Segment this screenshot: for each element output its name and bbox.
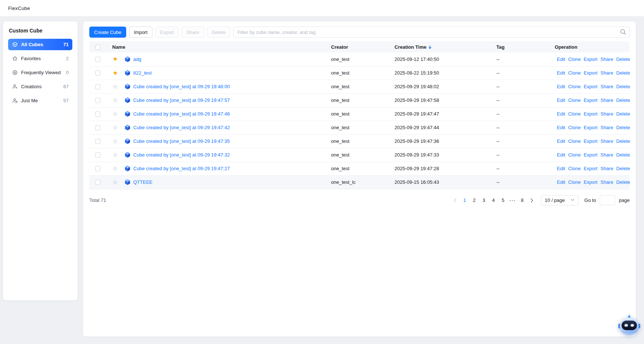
favorite-star-icon[interactable]: ☆ [113,111,118,117]
favorite-star-icon[interactable]: ★ [113,70,118,76]
export-action-link[interactable]: Export [583,179,597,185]
cube-name-link[interactable]: Cube created by [one_test] at 09-29 19:4… [133,152,230,158]
assistant-robot-icon[interactable] [618,313,641,336]
filter-input[interactable] [233,27,630,38]
sort-toggle[interactable] [428,45,431,49]
row-checkbox[interactable] [95,70,100,76]
share-action-link[interactable]: Share [600,152,613,158]
share-action-link[interactable]: Share [600,111,613,117]
create-cube-button[interactable]: Create Cube [89,27,126,38]
edit-action-link[interactable]: Edit [557,56,565,62]
cube-name-link[interactable]: Cube created by [one_test] at 09-29 19:4… [133,125,230,130]
pager-prev-button[interactable] [451,196,459,205]
export-action-link[interactable]: Export [583,97,597,103]
cube-name-link[interactable]: 822_test [133,70,152,76]
sidebar-item-frequently-viewed[interactable]: Frequently Viewed 0 [8,67,72,78]
clone-action-link[interactable]: Clone [568,152,581,158]
cube-name-link[interactable]: Cube created by [one_test] at 09-29 19:4… [133,84,230,89]
row-checkbox[interactable] [95,57,100,62]
row-checkbox[interactable] [95,98,100,103]
row-checkbox[interactable] [95,111,100,117]
export-action-link[interactable]: Export [583,84,597,89]
export-button[interactable]: Export [155,27,179,38]
delete-action-link[interactable]: Delete [616,111,630,117]
delete-action-link[interactable]: Delete [616,138,630,144]
pager-page-4[interactable]: 4 [489,196,498,205]
edit-action-link[interactable]: Edit [557,97,565,103]
favorite-star-icon[interactable]: ☆ [113,152,118,158]
share-action-link[interactable]: Share [600,138,613,144]
delete-action-link[interactable]: Delete [616,152,630,158]
edit-action-link[interactable]: Edit [557,70,565,76]
pager-next-button[interactable] [527,196,536,205]
export-action-link[interactable]: Export [583,111,597,117]
delete-action-link[interactable]: Delete [616,179,630,185]
pager-page-2[interactable]: 2 [470,196,479,205]
row-checkbox[interactable] [95,125,100,130]
row-checkbox[interactable] [95,139,100,144]
edit-action-link[interactable]: Edit [557,138,565,144]
pager-page-1[interactable]: 1 [460,196,469,205]
row-checkbox[interactable] [95,180,100,185]
export-action-link[interactable]: Export [583,138,597,144]
export-action-link[interactable]: Export [583,56,597,62]
share-action-link[interactable]: Share [600,56,613,62]
select-all-checkbox[interactable] [95,45,100,50]
search-icon[interactable] [620,29,626,36]
export-action-link[interactable]: Export [583,166,597,171]
cube-name-link[interactable]: Cube created by [one_test] at 09-29 19:4… [133,97,230,103]
favorite-star-icon[interactable]: ☆ [113,179,118,185]
edit-action-link[interactable]: Edit [557,125,565,130]
clone-action-link[interactable]: Clone [568,166,581,171]
export-action-link[interactable]: Export [583,125,597,130]
goto-page-input[interactable] [600,195,615,205]
favorite-star-icon[interactable]: ☆ [113,124,118,131]
delete-button[interactable]: Delete [207,27,231,38]
clone-action-link[interactable]: Clone [568,97,581,103]
row-checkbox[interactable] [95,152,100,158]
export-action-link[interactable]: Export [583,70,597,76]
share-action-link[interactable]: Share [600,84,613,89]
sidebar-item-just-me[interactable]: Just Me 57 [8,95,72,106]
delete-action-link[interactable]: Delete [616,84,630,89]
favorite-star-icon[interactable]: ★ [113,56,118,62]
delete-action-link[interactable]: Delete [616,56,630,62]
edit-action-link[interactable]: Edit [557,166,565,171]
edit-action-link[interactable]: Edit [557,111,565,117]
sidebar-item-creations[interactable]: Creations 67 [8,81,72,92]
cube-name-link[interactable]: adg [133,56,141,62]
pager-page-8[interactable]: 8 [518,196,527,205]
delete-action-link[interactable]: Delete [616,166,630,171]
edit-action-link[interactable]: Edit [557,152,565,158]
favorite-star-icon[interactable]: ☆ [113,165,118,172]
share-action-link[interactable]: Share [600,166,613,171]
favorite-star-icon[interactable]: ☆ [113,97,118,103]
edit-action-link[interactable]: Edit [557,84,565,89]
clone-action-link[interactable]: Clone [568,56,581,62]
favorite-star-icon[interactable]: ☆ [113,138,118,144]
share-action-link[interactable]: Share [600,179,613,185]
clone-action-link[interactable]: Clone [568,111,581,117]
share-action-link[interactable]: Share [600,70,613,76]
clone-action-link[interactable]: Clone [568,138,581,144]
page-size-select[interactable]: 10 / page [541,195,578,206]
clone-action-link[interactable]: Clone [568,70,581,76]
share-action-link[interactable]: Share [600,125,613,130]
delete-action-link[interactable]: Delete [616,125,630,130]
row-checkbox[interactable] [95,84,100,89]
cube-name-link[interactable]: QTTEEE [133,179,152,185]
delete-action-link[interactable]: Delete [616,97,630,103]
clone-action-link[interactable]: Clone [568,84,581,89]
row-checkbox[interactable] [95,166,100,171]
clone-action-link[interactable]: Clone [568,125,581,130]
sidebar-item-all-cubes[interactable]: All Cubes 71 [8,39,72,50]
delete-action-link[interactable]: Delete [616,70,630,76]
pager-page-5[interactable]: 5 [499,196,507,205]
clone-action-link[interactable]: Clone [568,179,581,185]
cube-name-link[interactable]: Cube created by [one_test] at 09-29 19:4… [133,111,230,117]
share-button[interactable]: Share [182,27,204,38]
favorite-star-icon[interactable]: ☆ [113,83,118,90]
edit-action-link[interactable]: Edit [557,179,565,185]
sidebar-item-favorites[interactable]: Favorites 2 [8,53,72,64]
pager-page-3[interactable]: 3 [479,196,488,205]
